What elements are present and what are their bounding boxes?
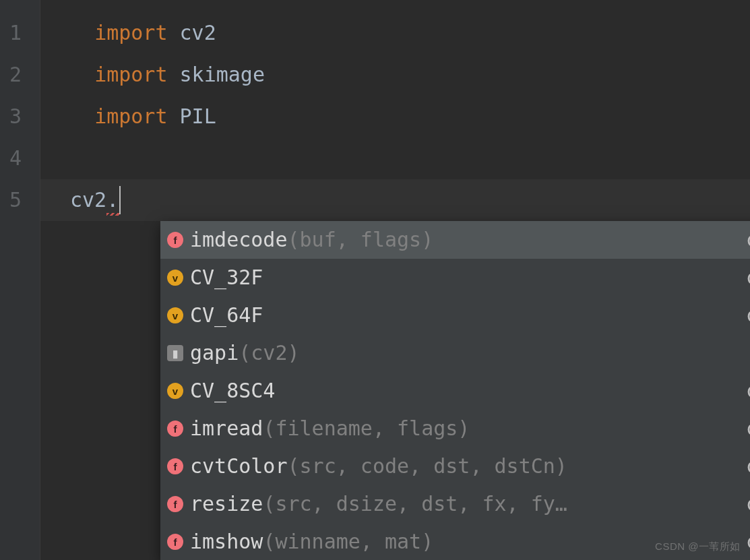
autocomplete-item-name: gapi — [190, 334, 239, 372]
function-icon: f — [167, 534, 183, 550]
autocomplete-item-origin: cv2 — [746, 410, 750, 447]
autocomplete-item-text: resize(src, dsize, dst, fx, fy… — [190, 485, 738, 523]
package-icon: ▮ — [167, 345, 183, 361]
autocomplete-item[interactable]: vCV_8SC4cv2 — [160, 372, 750, 410]
code-line-5[interactable]: cv2. — [40, 179, 750, 221]
function-icon: f — [167, 232, 183, 248]
autocomplete-item-origin: cv2 — [746, 259, 750, 297]
identifier-cv2: cv2 — [70, 188, 106, 212]
line-number: 4 — [9, 137, 40, 179]
autocomplete-item[interactable]: vCV_64Fcv2 — [160, 297, 750, 334]
autocomplete-item[interactable]: ▮gapi (cv2) — [160, 334, 750, 372]
autocomplete-item[interactable]: fcvtColor(src, code, dst, dstCn)cv2 — [160, 447, 750, 485]
variable-icon: v — [167, 270, 183, 286]
autocomplete-item-params: (winname, mat) — [263, 523, 433, 560]
module-pil: PIL — [180, 104, 216, 128]
autocomplete-item-origin: cv2 — [746, 221, 750, 259]
autocomplete-item-name: cvtColor — [190, 447, 288, 485]
autocomplete-item-name: CV_64F — [190, 297, 263, 334]
autocomplete-item-name: imshow — [190, 523, 263, 560]
autocomplete-item-name: imread — [190, 410, 263, 447]
autocomplete-item-origin: cv2 — [746, 297, 750, 334]
autocomplete-item-params: (src, dsize, dst, fx, fy… — [263, 485, 567, 523]
autocomplete-item-origin: cv2 — [746, 485, 750, 523]
autocomplete-item-text: CV_64F — [190, 297, 738, 334]
line-number: 2 — [9, 54, 40, 96]
code-editor: 1 2 3 4 5 import cv2 import skimage impo… — [0, 0, 750, 560]
code-line-4[interactable] — [40, 137, 750, 179]
text-caret — [119, 186, 121, 214]
function-icon: f — [167, 421, 183, 437]
module-cv2: cv2 — [180, 21, 216, 44]
line-number: 5 — [9, 179, 40, 221]
code-area[interactable]: import cv2 import skimage import PIL cv2… — [40, 0, 750, 560]
code-line-3[interactable]: import PIL — [40, 96, 750, 137]
autocomplete-item[interactable]: fimdecode(buf, flags)cv2 — [160, 221, 750, 259]
autocomplete-item-name: resize — [190, 485, 263, 523]
module-skimage: skimage — [180, 63, 265, 86]
keyword-import: import — [94, 104, 167, 128]
autocomplete-item-name: imdecode — [190, 221, 288, 259]
autocomplete-item-origin: cv2 — [746, 372, 750, 410]
function-icon: f — [167, 458, 183, 474]
variable-icon: v — [167, 383, 183, 399]
autocomplete-item-name: CV_32F — [190, 259, 263, 297]
line-number: 1 — [9, 12, 40, 54]
autocomplete-item-params: (buf, flags) — [288, 221, 434, 259]
line-number: 3 — [9, 96, 40, 137]
autocomplete-item-text: gapi (cv2) — [190, 334, 750, 372]
autocomplete-item-text: imdecode(buf, flags) — [190, 221, 738, 259]
code-line-1[interactable]: import cv2 — [40, 12, 750, 54]
autocomplete-item[interactable]: fimread(filename, flags)cv2 — [160, 410, 750, 447]
dot-error-underline: . — [106, 188, 119, 212]
function-icon: f — [167, 496, 183, 512]
code-line-2[interactable]: import skimage — [40, 54, 750, 96]
keyword-import: import — [94, 21, 167, 44]
autocomplete-item-text: cvtColor(src, code, dst, dstCn) — [190, 447, 738, 485]
autocomplete-item-params: (filename, flags) — [263, 410, 470, 447]
autocomplete-item[interactable]: vCV_32Fcv2 — [160, 259, 750, 297]
autocomplete-item-text: imread(filename, flags) — [190, 410, 738, 447]
watermark-text: CSDN @一苇所如 — [655, 540, 741, 553]
autocomplete-item-text: CV_8SC4 — [190, 372, 738, 410]
autocomplete-item-params: (cv2) — [239, 334, 299, 372]
keyword-import: import — [94, 63, 167, 86]
autocomplete-item-text: CV_32F — [190, 259, 738, 297]
line-number-gutter: 1 2 3 4 5 — [0, 0, 40, 560]
autocomplete-item-params: (src, code, dst, dstCn) — [288, 447, 567, 485]
variable-icon: v — [167, 307, 183, 323]
autocomplete-item-origin: cv2 — [746, 447, 750, 485]
autocomplete-item[interactable]: fresize(src, dsize, dst, fx, fy…cv2 — [160, 485, 750, 523]
autocomplete-item-name: CV_8SC4 — [190, 372, 275, 410]
autocomplete-popup[interactable]: fimdecode(buf, flags)cv2vCV_32Fcv2vCV_64… — [160, 221, 750, 560]
autocomplete-item-origin: cv2 — [746, 523, 750, 560]
